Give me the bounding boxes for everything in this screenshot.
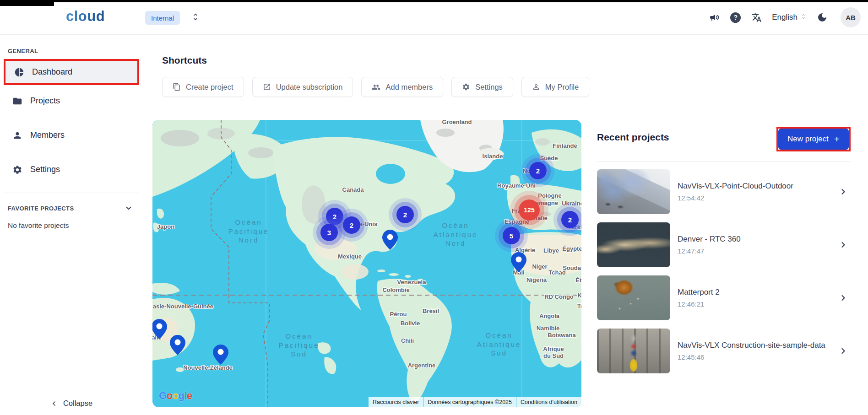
user-avatar[interactable]: AB [841, 7, 861, 27]
create-project-button[interactable]: Create project [162, 77, 244, 97]
project-time: 12:47:47 [678, 247, 831, 255]
language-label: English [772, 13, 797, 22]
map-country-label: Groenland [442, 120, 472, 125]
project-name: NavVis-VLX-Point-Cloud-Outdoor [678, 182, 831, 191]
project-time: 12:54:42 [678, 194, 831, 202]
shortcuts-title: Shortcuts [162, 55, 207, 66]
map-country-label: Égypte [562, 245, 581, 252]
project-list-item[interactable]: Matterport 2 12:46:21 [597, 275, 851, 320]
map-ocean-label: Océan Atlantique Sud [477, 331, 521, 358]
button-label: Add members [385, 83, 433, 92]
announcements-icon[interactable] [709, 12, 720, 23]
map-country-label: Angola [539, 313, 559, 319]
chevron-right-icon[interactable] [839, 240, 848, 249]
sidebar-item-label: Members [30, 130, 65, 140]
app-screen: cloud Internal ? English AB [0, 0, 868, 415]
map-country-label: Soudan [563, 264, 581, 271]
map-ocean-label: Océan Pacifique Sud [279, 332, 320, 359]
map-pin-marker[interactable] [382, 230, 398, 250]
sidebar-item-projects[interactable]: Projects [0, 90, 143, 112]
button-label: Settings [475, 83, 503, 92]
button-label: My Profile [545, 83, 579, 92]
sidebar-divider [4, 193, 139, 193]
dark-mode-icon[interactable] [817, 12, 828, 23]
map-country-label: Argentine [408, 362, 436, 369]
new-project-label: New project [787, 135, 829, 144]
collapse-button[interactable]: Collapse [0, 399, 143, 408]
sidebar-item-settings[interactable]: Settings [0, 158, 143, 181]
map-pin-marker[interactable] [511, 252, 526, 272]
sidebar-item-label: Projects [30, 96, 60, 106]
world-map[interactable]: GroenlandIslandeFinlandeSuèdeNorvègeRoya… [152, 120, 581, 407]
map-cluster-marker[interactable]: 5 [503, 227, 520, 244]
shortcuts-row: Create project Update subscription Add m… [162, 77, 589, 97]
terms-of-use-link[interactable]: Conditions d'utilisation [516, 397, 581, 407]
map-country-label: Kenya [577, 292, 581, 299]
project-list-item[interactable]: Denver - RTC 360 12:47:47 [597, 222, 851, 267]
map-pin-marker[interactable] [213, 345, 228, 365]
favorites-header[interactable]: FAVORITE PROJECTS [8, 204, 133, 212]
map-attribution: Raccourcis clavier Données cartographiqu… [368, 397, 581, 407]
recent-projects-list: NavVis-VLX-Point-Cloud-Outdoor 12:54:42 … [597, 169, 851, 373]
translate-icon[interactable] [751, 12, 762, 23]
chevron-down-icon[interactable] [125, 204, 133, 212]
map-country-label: Botswana [548, 332, 575, 339]
project-name: Matterport 2 [678, 288, 831, 297]
app-logo[interactable]: cloud [66, 8, 105, 25]
add-members-button[interactable]: Add members [361, 77, 443, 97]
project-name: NavVis-VLX Construction-site-sample-data [678, 341, 831, 350]
map-ocean-label: Océan Pacifique Nord [228, 218, 269, 245]
language-selector[interactable]: English [772, 13, 807, 22]
map-country-label: Canada [342, 186, 364, 193]
favorites-heading: FAVORITE PROJECTS [8, 205, 74, 212]
map-cluster-marker[interactable]: 2 [561, 211, 579, 228]
map-country-label: Tanzanie [577, 302, 581, 309]
help-icon[interactable]: ? [730, 12, 741, 23]
top-black-strip [0, 0, 868, 2]
keyboard-shortcuts-link[interactable]: Raccourcis clavier [369, 397, 423, 407]
project-thumbnail [597, 329, 670, 373]
google-logo[interactable]: Google [159, 390, 192, 402]
dashboard-annotation-box: Dashboard [4, 59, 139, 85]
recent-divider [597, 161, 851, 162]
map-cluster-marker[interactable]: 125 [519, 199, 540, 221]
map-pin-marker[interactable] [152, 319, 167, 339]
sidebar-item-members[interactable]: Members [0, 124, 143, 146]
external-link-icon [263, 83, 271, 91]
project-list-item[interactable]: NavVis-VLX Construction-site-sample-data… [597, 329, 851, 373]
map-cluster-marker[interactable]: 2 [326, 208, 343, 225]
map-country-label: Namibie [537, 325, 560, 332]
map-cluster-marker[interactable]: 2 [396, 206, 414, 223]
map-country-label: Colombie [382, 286, 409, 293]
org-badge[interactable]: Internal [145, 11, 180, 25]
settings-shortcut-button[interactable]: Settings [451, 77, 513, 97]
button-label: Create project [186, 83, 233, 92]
people-icon [372, 83, 380, 92]
sidebar-item-label: Settings [30, 165, 60, 174]
recent-projects-title: Recent projects [597, 132, 669, 143]
chevron-left-icon [50, 400, 58, 407]
map-country-label: Nigeria [526, 276, 547, 283]
my-profile-button[interactable]: My Profile [521, 77, 589, 97]
map-cluster-marker[interactable]: 2 [343, 216, 360, 234]
map-country-label: Libye [543, 247, 559, 254]
folder-icon [12, 96, 22, 106]
map-country-label: Pologne [538, 192, 561, 199]
project-thumbnail [597, 275, 670, 320]
sidebar-item-dashboard[interactable]: Dashboard [5, 61, 137, 83]
person-outline-icon [532, 83, 540, 91]
update-subscription-button[interactable]: Update subscription [252, 77, 353, 97]
map-country-label: Finlande [553, 142, 577, 149]
chevron-right-icon[interactable] [839, 346, 848, 356]
chevron-right-icon[interactable] [839, 293, 848, 302]
button-label: Update subscription [276, 83, 343, 92]
org-switcher-unfold-icon[interactable] [191, 12, 200, 23]
new-project-annotation-box: New project + [776, 127, 851, 151]
map-cluster-marker[interactable]: 2 [529, 162, 547, 179]
map-cluster-marker[interactable]: 3 [320, 224, 338, 241]
project-list-item[interactable]: NavVis-VLX-Point-Cloud-Outdoor 12:54:42 [597, 169, 851, 214]
map-pin-marker[interactable] [170, 335, 185, 355]
person-icon [12, 130, 22, 140]
chevron-right-icon[interactable] [839, 187, 848, 196]
new-project-button[interactable]: New project + [778, 129, 849, 150]
